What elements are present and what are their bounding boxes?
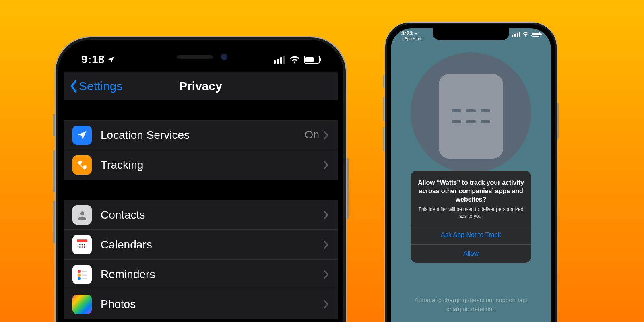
svg-rect-1 bbox=[77, 239, 87, 242]
location-icon bbox=[72, 126, 92, 145]
svg-point-8 bbox=[78, 270, 81, 273]
power-button bbox=[557, 103, 559, 139]
chevron-right-icon bbox=[323, 211, 329, 219]
svg-point-2 bbox=[79, 244, 80, 245]
chevron-right-icon bbox=[323, 131, 329, 140]
row-label: Location Services bbox=[101, 129, 305, 142]
breadcrumb-label: App Store bbox=[405, 37, 422, 41]
wifi-icon bbox=[289, 56, 300, 64]
svg-point-9 bbox=[78, 273, 81, 277]
photos-icon bbox=[72, 295, 92, 314]
calendars-icon bbox=[72, 235, 92, 254]
alert-message: This identifier will be used to deliver … bbox=[418, 206, 524, 219]
reminders-icon bbox=[72, 265, 92, 284]
notch bbox=[433, 28, 509, 40]
row-photos[interactable]: Photos bbox=[64, 289, 338, 319]
tracking-icon bbox=[72, 155, 92, 175]
chevron-right-icon bbox=[323, 161, 329, 169]
alert-title: Allow “Watts” to track your activity acr… bbox=[418, 179, 524, 204]
phone-right: 3:23 App Store Allow “Watt bbox=[384, 22, 557, 322]
chevron-left-icon bbox=[69, 79, 78, 93]
settings-group-2: Contacts Calendars Reminders Photos bbox=[64, 200, 338, 319]
feature-caption: Automatic charging detection, support fa… bbox=[391, 296, 551, 314]
svg-point-10 bbox=[78, 277, 81, 280]
svg-point-3 bbox=[82, 244, 83, 245]
app-illustration bbox=[411, 52, 531, 173]
location-arrow-icon bbox=[414, 32, 418, 36]
tracking-alert: Allow “Watts” to track your activity acr… bbox=[411, 171, 531, 263]
row-calendars[interactable]: Calendars bbox=[64, 230, 338, 260]
status-time: 9:18 bbox=[81, 53, 115, 66]
cellular-icon bbox=[274, 56, 285, 64]
svg-point-7 bbox=[84, 246, 85, 248]
chevron-right-icon bbox=[323, 240, 329, 249]
notch bbox=[140, 45, 261, 68]
ask-not-to-track-button[interactable]: Ask App Not to Track bbox=[411, 226, 531, 244]
battery-icon bbox=[304, 56, 320, 64]
wifi-icon bbox=[522, 32, 529, 37]
power-button bbox=[347, 158, 349, 219]
settings-content: Location Services On Tracking Contacts bbox=[64, 100, 338, 322]
phone-left: 9:18 Settings Privacy Location Services bbox=[54, 36, 347, 322]
row-label: Contacts bbox=[101, 208, 323, 221]
screen-left: 9:18 Settings Privacy Location Services bbox=[64, 45, 338, 322]
location-arrow-icon bbox=[107, 56, 115, 64]
svg-rect-12 bbox=[82, 274, 87, 276]
svg-rect-13 bbox=[82, 278, 87, 279]
allow-button[interactable]: Allow bbox=[411, 244, 531, 263]
screen-right: 3:23 App Store Allow “Watt bbox=[391, 28, 551, 322]
battery-icon bbox=[531, 32, 541, 37]
svg-point-4 bbox=[84, 244, 85, 245]
row-tracking[interactable]: Tracking bbox=[64, 150, 338, 180]
chevron-right-icon bbox=[323, 270, 329, 279]
svg-rect-11 bbox=[82, 270, 87, 272]
svg-point-6 bbox=[82, 246, 83, 248]
time-text: 3:23 bbox=[401, 31, 413, 37]
time-text: 9:18 bbox=[81, 53, 105, 66]
nav-bar: Settings Privacy bbox=[64, 72, 338, 100]
row-location-services[interactable]: Location Services On bbox=[64, 120, 338, 150]
breadcrumb-back[interactable]: App Store bbox=[401, 37, 422, 41]
contacts-icon bbox=[72, 205, 92, 225]
svg-point-5 bbox=[79, 246, 80, 248]
row-label: Tracking bbox=[101, 159, 323, 171]
row-value: On bbox=[305, 129, 319, 141]
settings-group-1: Location Services On Tracking bbox=[64, 120, 338, 180]
svg-point-0 bbox=[80, 211, 84, 215]
cellular-icon bbox=[512, 32, 520, 37]
back-label: Settings bbox=[79, 79, 122, 93]
back-button[interactable]: Settings bbox=[64, 79, 122, 93]
row-label: Reminders bbox=[101, 268, 323, 281]
chevron-right-icon bbox=[323, 300, 329, 309]
row-reminders[interactable]: Reminders bbox=[64, 260, 338, 289]
row-label: Calendars bbox=[101, 238, 323, 251]
row-contacts[interactable]: Contacts bbox=[64, 200, 338, 230]
row-label: Photos bbox=[101, 298, 323, 311]
